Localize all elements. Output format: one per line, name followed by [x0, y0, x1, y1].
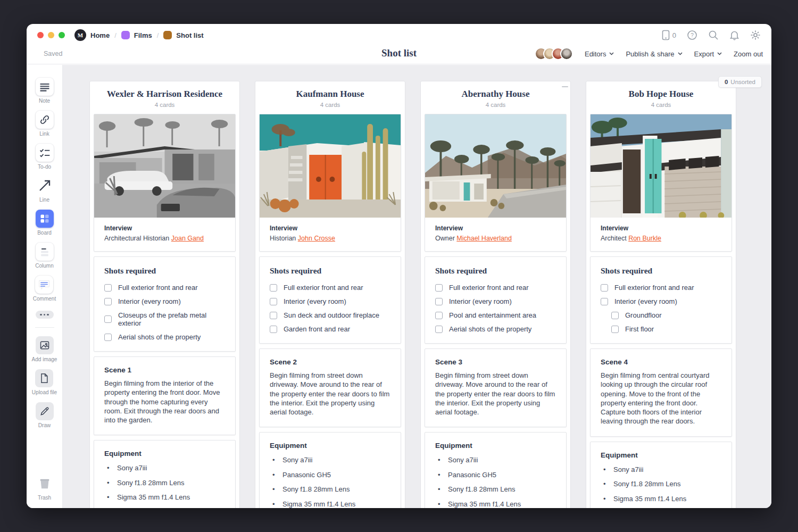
board-canvas[interactable]: 0 Unsorted Wexler & Harrison Residence 4… [63, 65, 771, 508]
scene-card[interactable]: Scene 1 Begin filming from the interior … [94, 356, 236, 435]
trash-target[interactable]: Trash [36, 475, 54, 501]
image-card[interactable]: Interview Architect Ron Burkle [590, 114, 732, 252]
zoom-out-button[interactable]: Zoom out [734, 50, 763, 58]
equipment-card[interactable]: Equipment Sony a7iii Panasonic GH5 Sony … [259, 432, 401, 508]
maximize-window-button[interactable] [59, 32, 65, 38]
house-photo[interactable] [94, 114, 235, 218]
column-title[interactable]: Abernathy House [425, 89, 567, 99]
person-link[interactable]: Ron Burkle [628, 235, 661, 242]
tool-line[interactable]: Line [36, 177, 54, 203]
tool-label: To-do [38, 164, 51, 170]
unsorted-tray-button[interactable]: 0 Unsorted [718, 76, 762, 88]
equipment-item: Sony f1.8 28mm Lens [435, 485, 556, 493]
checkbox[interactable] [270, 326, 277, 333]
checkbox[interactable] [104, 334, 112, 341]
export-menu-button[interactable]: Export [694, 50, 722, 58]
equipment-card[interactable]: Equipment Sony a7iii Panasonic GH5 Sony … [425, 432, 567, 508]
search-button[interactable] [708, 30, 719, 40]
mobile-uploads-button[interactable]: 0 [662, 30, 676, 40]
settings-button[interactable] [750, 30, 761, 40]
breadcrumb-films[interactable]: Films [121, 31, 152, 39]
breadcrumb-home[interactable]: M Home [74, 29, 110, 41]
publish-share-menu-button[interactable]: Publish & share [626, 50, 682, 58]
image-card[interactable]: Interview Owner Michael Haverland [425, 114, 567, 252]
sidebar-divider [35, 327, 54, 328]
scene-card[interactable]: Scene 2 Begin filming from street down d… [259, 348, 401, 427]
minimize-window-button[interactable] [48, 32, 54, 38]
column-header[interactable]: Bob Hope House 4 cards [590, 81, 732, 114]
interview-heading: Interview [601, 225, 721, 232]
shots-card[interactable]: Shots required Full exterior front and r… [425, 256, 567, 344]
equipment-card[interactable]: Equipment Sony a7iii Sony f1.8 28mm Lens… [94, 440, 236, 508]
checkbox[interactable] [104, 284, 112, 292]
checkbox[interactable] [270, 298, 277, 305]
image-card[interactable]: Interview Historian John Crosse [259, 114, 401, 252]
link-icon [39, 114, 50, 125]
checkbox[interactable] [435, 284, 443, 292]
checkbox[interactable] [435, 326, 443, 333]
editor-avatars[interactable] [535, 47, 573, 60]
checkbox[interactable] [435, 312, 443, 319]
equipment-list: Sony a7iii Panasonic GH5 Sony f1.8 28mm … [435, 456, 556, 508]
gear-icon [750, 30, 761, 40]
shots-card[interactable]: Shots required Full exterior front and r… [590, 256, 732, 344]
equipment-item: Sony a7iii [435, 456, 556, 464]
column-title[interactable]: Wexler & Harrison Residence [94, 89, 236, 99]
column-card-count: 4 cards [425, 102, 567, 108]
file-icon [39, 373, 49, 384]
house-photo[interactable] [260, 114, 401, 218]
checkbox[interactable] [611, 326, 619, 333]
checkbox[interactable] [601, 284, 608, 292]
equipment-item: Sony a7iii [601, 466, 721, 473]
more-tools-button[interactable] [36, 311, 54, 319]
tool-upload-file[interactable]: Upload file [32, 369, 57, 395]
equipment-card[interactable]: Equipment Sony a7iii Sony f1.8 28mm Lens… [590, 442, 732, 508]
checkbox[interactable] [270, 312, 277, 319]
equipment-item: Sony f1.8 28mm Lens [601, 480, 721, 488]
shots-card[interactable]: Shots required Full exterior front and r… [259, 256, 401, 344]
editors-menu-button[interactable]: Editors [585, 50, 614, 58]
house-photo[interactable] [591, 114, 732, 218]
person-link[interactable]: Michael Haverland [456, 235, 512, 242]
person-link[interactable]: Joan Gand [171, 235, 204, 242]
tool-add-image[interactable]: Add image [32, 336, 57, 362]
unsorted-count: 0 [725, 79, 728, 85]
tool-label: Link [39, 131, 49, 137]
notifications-button[interactable] [729, 30, 739, 40]
column-header[interactable]: Abernathy House 4 cards [425, 81, 567, 114]
image-card[interactable]: Interview Architectural Historian Joan G… [94, 114, 236, 252]
checkbox[interactable] [270, 284, 277, 292]
tool-note[interactable]: Note [36, 78, 54, 104]
scene-card[interactable]: Scene 3 Begin filming from street down d… [425, 348, 567, 427]
interview-role: Architectural Historian [104, 235, 169, 242]
checkbox[interactable] [104, 315, 112, 323]
tool-label: Column [35, 263, 53, 269]
tool-comment[interactable]: Comment [33, 276, 56, 302]
tool-link[interactable]: Link [36, 111, 54, 137]
tool-column[interactable]: Column [35, 243, 53, 269]
arrow-line-icon [38, 179, 52, 193]
checkbox[interactable] [435, 298, 443, 305]
column-title[interactable]: Kaufmann House [259, 89, 401, 99]
tools-sidebar: Note Link To-do Line Board Column [27, 65, 63, 508]
tool-board-active[interactable]: Board [36, 210, 54, 236]
help-button[interactable]: ? [687, 30, 697, 40]
column-header[interactable]: Kaufmann House 4 cards [259, 81, 401, 114]
todo-item: Aerial shots of the property [435, 325, 556, 333]
scene-card[interactable]: Scene 4 Begin filming from central court… [590, 348, 732, 437]
shot-list-board-icon [163, 31, 172, 39]
column-header[interactable]: Wexler & Harrison Residence 4 cards [94, 81, 236, 114]
checkbox[interactable] [104, 298, 112, 305]
column-title[interactable]: Bob Hope House [590, 89, 732, 99]
shots-card[interactable]: Shots required Full exterior front and r… [94, 256, 236, 352]
tool-todo[interactable]: To-do [36, 144, 54, 170]
house-photo[interactable] [425, 114, 566, 218]
board-actions: Editors Publish & share Export Zoom out [535, 47, 763, 60]
checkbox[interactable] [601, 298, 608, 305]
person-link[interactable]: John Crosse [298, 235, 335, 242]
close-window-button[interactable] [37, 32, 44, 38]
equipment-list: Sony a7iii Sony f1.8 28mm Lens Sigma 35 … [104, 464, 225, 508]
checkbox[interactable] [611, 312, 619, 319]
breadcrumb-shot-list[interactable]: Shot list [163, 31, 203, 39]
tool-draw[interactable]: Draw [36, 402, 54, 428]
